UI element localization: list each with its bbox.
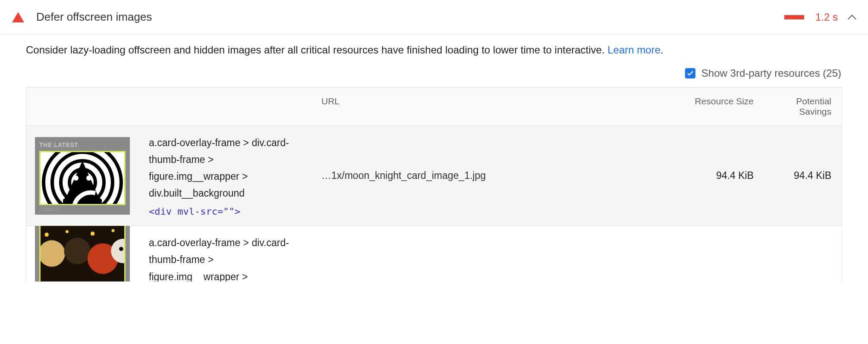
row-selector-cell: a.card-overlay-frame > div.card-thumb-fr… bbox=[138, 226, 311, 281]
col-header-thumb bbox=[26, 88, 138, 125]
audit-description-text: Consider lazy-loading offscreen and hidd… bbox=[26, 44, 607, 56]
col-header-potential-savings: Potential Savings bbox=[764, 88, 842, 125]
audit-body: Consider lazy-loading offscreen and hidd… bbox=[0, 34, 868, 281]
audit-header[interactable]: Defer offscreen images 1.2 s bbox=[0, 0, 868, 34]
row-url-cell: …1x/moon_knight_card_image_1.jpg bbox=[311, 126, 673, 225]
thumbnail-label: THE LATEST bbox=[39, 141, 126, 148]
row-thumbnail-cell bbox=[26, 226, 138, 281]
thumbnail-image bbox=[39, 225, 126, 281]
table-row[interactable]: THE LATEST COMICS bbox=[26, 125, 842, 225]
row-resource-size: 94.4 KiB bbox=[673, 126, 764, 225]
row-potential-savings: 94.4 KiB bbox=[764, 126, 842, 225]
thumbnail-footer: COMICS bbox=[39, 207, 126, 212]
table-header: URL Resource Size Potential Savings bbox=[26, 88, 842, 125]
table-row[interactable]: a.card-overlay-frame > div.card-thumb-fr… bbox=[26, 225, 842, 281]
html-snippet: <div mvl-src=""> bbox=[149, 206, 301, 217]
check-icon bbox=[687, 70, 694, 77]
row-selector-cell: a.card-overlay-frame > div.card-thumb-fr… bbox=[138, 126, 311, 225]
thumbnail-card: THE LATEST COMICS bbox=[35, 137, 130, 215]
audit-description: Consider lazy-loading offscreen and hidd… bbox=[26, 42, 842, 58]
svg-point-17 bbox=[111, 229, 114, 232]
moon-knight-illustration-icon bbox=[41, 152, 124, 204]
selector-path: a.card-overlay-frame > div.card-thumb-fr… bbox=[149, 235, 301, 281]
svg-point-15 bbox=[66, 230, 69, 233]
url-text[interactable]: …1x/moon_knight_card_image_1.jpg bbox=[321, 170, 486, 181]
audit-title: Defer offscreen images bbox=[36, 10, 152, 24]
learn-more-link[interactable]: Learn more bbox=[607, 44, 660, 56]
thumbnail-card bbox=[35, 225, 130, 281]
svg-point-9 bbox=[64, 238, 91, 264]
svg-point-16 bbox=[91, 231, 94, 235]
svg-point-5 bbox=[73, 175, 79, 181]
comic-cover-illustration-icon bbox=[41, 225, 124, 281]
audit-time: 1.2 s bbox=[815, 11, 838, 23]
col-header-url: URL bbox=[311, 88, 673, 125]
warning-triangle-icon bbox=[12, 12, 24, 22]
svg-point-6 bbox=[86, 175, 91, 181]
svg-point-14 bbox=[44, 232, 48, 236]
col-header-resource-size: Resource Size bbox=[673, 88, 764, 125]
row-resource-size bbox=[673, 226, 764, 281]
third-party-toggle-row: Show 3rd-party resources (25) bbox=[26, 67, 842, 79]
row-thumbnail-cell: THE LATEST COMICS bbox=[26, 126, 138, 225]
third-party-label[interactable]: Show 3rd-party resources (25) bbox=[701, 67, 841, 79]
col-header-selector bbox=[138, 88, 311, 125]
third-party-checkbox[interactable] bbox=[685, 68, 695, 78]
impact-bar-icon bbox=[784, 15, 804, 19]
chevron-up-icon[interactable] bbox=[848, 13, 856, 21]
row-potential-savings bbox=[764, 226, 842, 281]
svg-point-12 bbox=[119, 247, 123, 251]
selector-path: a.card-overlay-frame > div.card-thumb-fr… bbox=[149, 134, 301, 202]
period: . bbox=[660, 44, 664, 56]
resources-table: URL Resource Size Potential Savings THE … bbox=[26, 87, 842, 281]
thumbnail-image bbox=[39, 151, 126, 205]
row-url-cell bbox=[311, 226, 673, 281]
